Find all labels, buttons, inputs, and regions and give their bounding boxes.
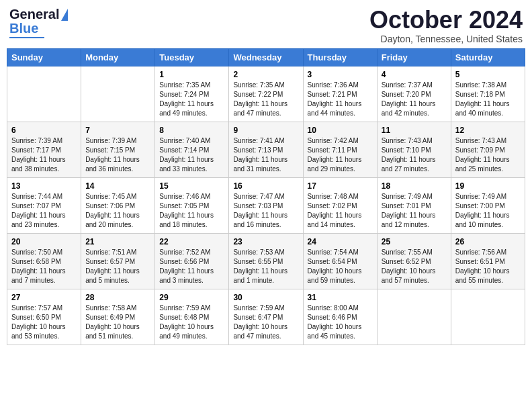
col-header-sunday: Sunday	[7, 48, 81, 66]
day-detail: Sunrise: 7:48 AMSunset: 7:02 PMDaylight:…	[308, 192, 373, 230]
week-row-3: 13Sunrise: 7:44 AMSunset: 7:07 PMDayligh…	[7, 177, 525, 233]
calendar-cell: 3Sunrise: 7:36 AMSunset: 7:21 PMDaylight…	[303, 66, 377, 122]
day-number: 15	[159, 181, 224, 191]
calendar-cell: 23Sunrise: 7:53 AMSunset: 6:55 PMDayligh…	[229, 233, 303, 289]
week-row-5: 27Sunrise: 7:57 AMSunset: 6:50 PMDayligh…	[7, 289, 525, 345]
day-number: 31	[308, 293, 373, 302]
day-number: 13	[11, 181, 77, 191]
day-detail: Sunrise: 7:55 AMSunset: 6:52 PMDaylight:…	[382, 248, 447, 285]
week-row-4: 20Sunrise: 7:50 AMSunset: 6:58 PMDayligh…	[7, 233, 525, 289]
logo: General Blue	[9, 7, 68, 38]
day-detail: Sunrise: 7:43 AMSunset: 7:10 PMDaylight:…	[382, 136, 447, 174]
calendar-cell: 27Sunrise: 7:57 AMSunset: 6:50 PMDayligh…	[7, 289, 81, 345]
calendar-cell: 17Sunrise: 7:48 AMSunset: 7:02 PMDayligh…	[303, 177, 377, 233]
calendar-cell: 4Sunrise: 7:37 AMSunset: 7:20 PMDaylight…	[377, 66, 451, 122]
calendar-cell: 31Sunrise: 8:00 AMSunset: 6:46 PMDayligh…	[303, 289, 377, 345]
calendar-cell	[451, 289, 525, 345]
calendar-cell	[7, 66, 81, 122]
day-detail: Sunrise: 7:47 AMSunset: 7:03 PMDaylight:…	[233, 192, 298, 230]
day-detail: Sunrise: 7:35 AMSunset: 7:24 PMDaylight:…	[159, 81, 224, 118]
calendar-cell: 29Sunrise: 7:59 AMSunset: 6:48 PMDayligh…	[155, 289, 229, 345]
day-number: 16	[233, 181, 298, 191]
day-number: 19	[455, 181, 521, 191]
day-detail: Sunrise: 7:36 AMSunset: 7:21 PMDaylight:…	[308, 81, 373, 118]
calendar-cell: 25Sunrise: 7:55 AMSunset: 6:52 PMDayligh…	[377, 233, 451, 289]
day-detail: Sunrise: 8:00 AMSunset: 6:46 PMDaylight:…	[308, 304, 373, 341]
day-number: 23	[233, 237, 298, 246]
col-header-tuesday: Tuesday	[155, 48, 229, 66]
calendar-cell: 20Sunrise: 7:50 AMSunset: 6:58 PMDayligh…	[7, 233, 81, 289]
subtitle: Dayton, Tennessee, United States	[369, 34, 523, 44]
day-detail: Sunrise: 7:53 AMSunset: 6:55 PMDaylight:…	[233, 248, 298, 285]
day-number: 8	[159, 126, 224, 135]
logo-underline	[9, 37, 44, 38]
day-number: 17	[308, 181, 373, 191]
calendar-cell	[81, 66, 155, 122]
day-number: 25	[382, 237, 447, 246]
col-header-saturday: Saturday	[451, 48, 525, 66]
logo-general: General	[9, 7, 59, 22]
title-block: October 2024 Dayton, Tennessee, United S…	[369, 7, 523, 44]
calendar-cell: 24Sunrise: 7:54 AMSunset: 6:54 PMDayligh…	[303, 233, 377, 289]
day-number: 18	[382, 181, 447, 191]
calendar-cell: 2Sunrise: 7:35 AMSunset: 7:22 PMDaylight…	[229, 66, 303, 122]
day-detail: Sunrise: 7:45 AMSunset: 7:06 PMDaylight:…	[85, 192, 150, 230]
calendar-cell: 10Sunrise: 7:42 AMSunset: 7:11 PMDayligh…	[303, 122, 377, 177]
day-detail: Sunrise: 7:54 AMSunset: 6:54 PMDaylight:…	[308, 248, 373, 285]
calendar-cell: 11Sunrise: 7:43 AMSunset: 7:10 PMDayligh…	[377, 122, 451, 177]
day-number: 26	[455, 237, 521, 246]
header-row: SundayMondayTuesdayWednesdayThursdayFrid…	[7, 48, 525, 66]
day-detail: Sunrise: 7:39 AMSunset: 7:17 PMDaylight:…	[11, 136, 77, 174]
day-detail: Sunrise: 7:46 AMSunset: 7:05 PMDaylight:…	[159, 192, 224, 230]
day-detail: Sunrise: 7:50 AMSunset: 6:58 PMDaylight:…	[11, 248, 77, 285]
logo-triangle-icon	[61, 9, 68, 21]
calendar-cell: 14Sunrise: 7:45 AMSunset: 7:06 PMDayligh…	[81, 177, 155, 233]
week-row-1: 1Sunrise: 7:35 AMSunset: 7:24 PMDaylight…	[7, 66, 525, 122]
calendar-cell: 8Sunrise: 7:40 AMSunset: 7:14 PMDaylight…	[155, 122, 229, 177]
calendar-cell: 7Sunrise: 7:39 AMSunset: 7:15 PMDaylight…	[81, 122, 155, 177]
calendar-cell: 30Sunrise: 7:59 AMSunset: 6:47 PMDayligh…	[229, 289, 303, 345]
calendar-cell: 21Sunrise: 7:51 AMSunset: 6:57 PMDayligh…	[81, 233, 155, 289]
day-number: 29	[159, 293, 224, 302]
calendar-cell: 1Sunrise: 7:35 AMSunset: 7:24 PMDaylight…	[155, 66, 229, 122]
day-number: 27	[11, 293, 77, 302]
calendar-cell: 6Sunrise: 7:39 AMSunset: 7:17 PMDaylight…	[7, 122, 81, 177]
day-detail: Sunrise: 7:52 AMSunset: 6:56 PMDaylight:…	[159, 248, 224, 285]
page-header: General Blue October 2024 Dayton, Tennes…	[7, 7, 525, 44]
day-detail: Sunrise: 7:58 AMSunset: 6:49 PMDaylight:…	[85, 304, 150, 341]
day-number: 24	[308, 237, 373, 246]
day-number: 4	[382, 70, 447, 79]
main-title: October 2024	[369, 7, 523, 34]
calendar-cell: 15Sunrise: 7:46 AMSunset: 7:05 PMDayligh…	[155, 177, 229, 233]
day-detail: Sunrise: 7:37 AMSunset: 7:20 PMDaylight:…	[382, 81, 447, 118]
logo-blue: Blue	[9, 21, 38, 36]
calendar-cell: 12Sunrise: 7:43 AMSunset: 7:09 PMDayligh…	[451, 122, 525, 177]
day-number: 5	[455, 70, 521, 79]
week-row-2: 6Sunrise: 7:39 AMSunset: 7:17 PMDaylight…	[7, 122, 525, 177]
day-detail: Sunrise: 7:38 AMSunset: 7:18 PMDaylight:…	[455, 81, 521, 118]
day-detail: Sunrise: 7:49 AMSunset: 7:00 PMDaylight:…	[455, 192, 521, 230]
calendar-cell: 5Sunrise: 7:38 AMSunset: 7:18 PMDaylight…	[451, 66, 525, 122]
col-header-friday: Friday	[377, 48, 451, 66]
col-header-monday: Monday	[81, 48, 155, 66]
day-number: 11	[382, 126, 447, 135]
col-header-wednesday: Wednesday	[229, 48, 303, 66]
day-detail: Sunrise: 7:51 AMSunset: 6:57 PMDaylight:…	[85, 248, 150, 285]
day-detail: Sunrise: 7:41 AMSunset: 7:13 PMDaylight:…	[233, 136, 298, 174]
day-number: 6	[11, 126, 77, 135]
day-detail: Sunrise: 7:56 AMSunset: 6:51 PMDaylight:…	[455, 248, 521, 285]
calendar-cell: 26Sunrise: 7:56 AMSunset: 6:51 PMDayligh…	[451, 233, 525, 289]
day-number: 20	[11, 237, 77, 246]
col-header-thursday: Thursday	[303, 48, 377, 66]
day-detail: Sunrise: 7:49 AMSunset: 7:01 PMDaylight:…	[382, 192, 447, 230]
day-detail: Sunrise: 7:59 AMSunset: 6:47 PMDaylight:…	[233, 304, 298, 341]
day-number: 14	[85, 181, 150, 191]
day-number: 3	[308, 70, 373, 79]
day-number: 28	[85, 293, 150, 302]
day-number: 1	[159, 70, 224, 79]
day-detail: Sunrise: 7:40 AMSunset: 7:14 PMDaylight:…	[159, 136, 224, 174]
calendar-cell: 16Sunrise: 7:47 AMSunset: 7:03 PMDayligh…	[229, 177, 303, 233]
day-detail: Sunrise: 7:42 AMSunset: 7:11 PMDaylight:…	[308, 136, 373, 174]
calendar-cell: 13Sunrise: 7:44 AMSunset: 7:07 PMDayligh…	[7, 177, 81, 233]
day-detail: Sunrise: 7:43 AMSunset: 7:09 PMDaylight:…	[455, 136, 521, 174]
